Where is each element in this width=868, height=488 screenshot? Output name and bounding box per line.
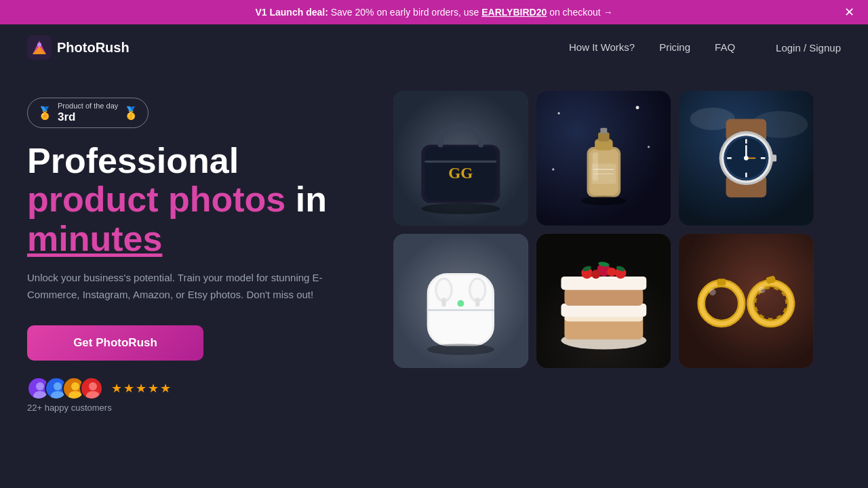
svg-rect-67: [564, 287, 643, 305]
banner-suffix: on checkout →: [547, 7, 612, 18]
product-image-watch: [679, 91, 814, 226]
svg-point-54: [457, 300, 464, 306]
svg-point-73: [607, 267, 616, 276]
banner-close-button[interactable]: ✕: [844, 6, 854, 18]
svg-rect-68: [561, 277, 646, 290]
svg-point-61: [427, 344, 494, 355]
svg-point-72: [591, 270, 600, 279]
hero-left: 🏅 Product of the day 3rd 🥇 Professional …: [27, 91, 366, 413]
svg-point-57: [437, 280, 451, 300]
svg-point-11: [86, 391, 100, 400]
product-image-perfume: [536, 91, 671, 226]
banner-prefix: V1 Launch deal:: [255, 7, 328, 18]
logo-text: PhotoRush: [57, 40, 130, 56]
navbar: PhotoRush How It Works? Pricing FAQ Logi…: [0, 24, 868, 70]
svg-point-10: [89, 382, 97, 390]
svg-point-86: [709, 289, 716, 296]
hero-title-line1: Professional: [27, 141, 239, 180]
hero-section: 🏅 Product of the day 3rd 🥇 Professional …: [0, 70, 868, 440]
product-card-perfume: [536, 91, 671, 226]
star-rating: ★ ★ ★ ★ ★: [111, 381, 171, 396]
nav-item-how-it-works[interactable]: How It Works?: [569, 41, 635, 54]
nav-item-faq[interactable]: FAQ: [715, 41, 735, 54]
svg-point-32: [581, 197, 626, 205]
pod-label: Product of the day: [58, 102, 118, 110]
banner-text: V1 Launch deal: Save 20% on early bird o…: [255, 7, 612, 18]
svg-point-19: [557, 112, 559, 114]
pod-rank: 3rd: [58, 110, 118, 124]
banner-middle: Save 20% on early bird orders, use: [328, 7, 481, 18]
svg-point-3: [37, 43, 41, 47]
logo-icon: [27, 35, 52, 60]
avatar-group: [27, 377, 103, 400]
svg-point-48: [744, 156, 749, 161]
svg-rect-59: [441, 298, 446, 306]
hero-title-normal: in: [285, 180, 327, 219]
login-signup-link[interactable]: Login / Signup: [776, 42, 841, 54]
svg-rect-49: [771, 155, 776, 161]
product-card-bag: GG: [393, 91, 528, 226]
svg-point-58: [471, 280, 484, 300]
product-image-cake: [536, 234, 671, 369]
product-grid: GG: [393, 91, 814, 368]
laurel-left-icon: 🏅: [37, 106, 52, 121]
promo-banner: V1 Launch deal: Save 20% on early bird o…: [0, 0, 868, 24]
banner-code[interactable]: EARLYBIRD20: [481, 7, 547, 18]
nav-link-pricing[interactable]: Pricing: [659, 41, 690, 53]
svg-point-4: [36, 382, 44, 390]
svg-text:GG: GG: [448, 164, 473, 182]
svg-rect-16: [425, 161, 496, 163]
nav-link-faq[interactable]: FAQ: [715, 41, 735, 53]
svg-point-20: [635, 106, 639, 109]
svg-point-8: [71, 382, 79, 390]
svg-point-87: [759, 286, 766, 293]
reviews-row: ★ ★ ★ ★ ★: [27, 377, 366, 400]
product-of-day-badge: 🏅 Product of the day 3rd 🥇: [27, 98, 149, 128]
product-card-earrings: [679, 234, 814, 369]
svg-point-22: [552, 168, 554, 170]
product-card-airpods: [393, 234, 528, 369]
product-image-bag: GG: [393, 91, 528, 226]
nav-item-pricing[interactable]: Pricing: [659, 41, 690, 54]
laurel-right-icon: 🥇: [123, 106, 138, 121]
svg-rect-26: [598, 132, 610, 141]
product-image-earrings: [679, 234, 814, 369]
hero-title-highlight: product photos: [27, 180, 285, 219]
svg-rect-81: [717, 279, 726, 285]
svg-rect-60: [475, 298, 480, 306]
hero-description: Unlock your business's potential. Train …: [27, 269, 326, 304]
cta-button[interactable]: Get PhotoRush: [27, 325, 203, 361]
hero-title-line3: minutes: [27, 219, 162, 258]
avatar-4: [80, 377, 103, 400]
hero-title: Professional product photos in minutes: [27, 142, 366, 258]
svg-point-21: [648, 146, 650, 148]
nav-link-how-it-works[interactable]: How It Works?: [569, 41, 635, 53]
svg-point-17: [421, 203, 500, 215]
product-image-airpods: [393, 234, 528, 369]
product-card-cake: [536, 234, 671, 369]
product-card-watch: [679, 91, 814, 226]
logo-link[interactable]: PhotoRush: [27, 35, 130, 60]
nav-links: How It Works? Pricing FAQ: [569, 41, 735, 54]
review-count-text: 22+ happy customers: [27, 403, 366, 413]
svg-point-6: [54, 382, 62, 390]
svg-rect-27: [600, 128, 607, 134]
